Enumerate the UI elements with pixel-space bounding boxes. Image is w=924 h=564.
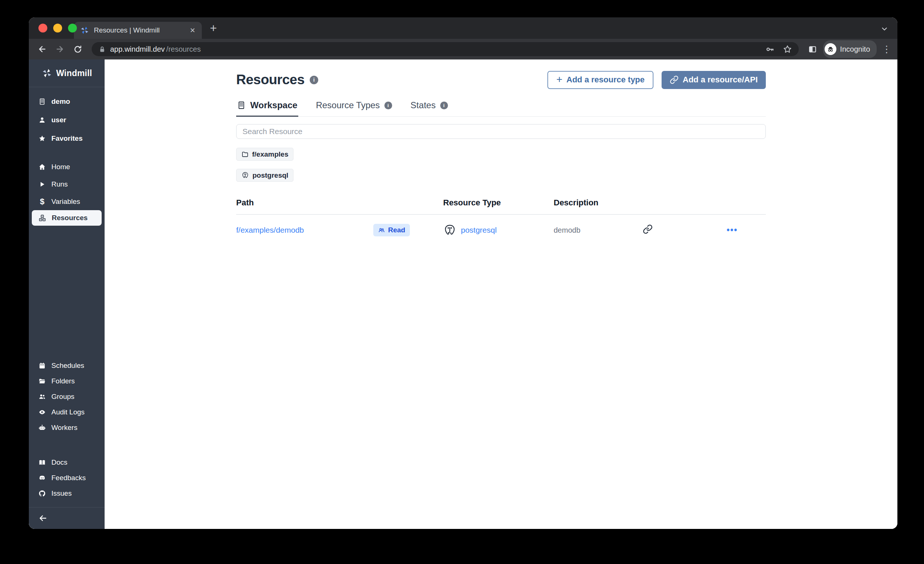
page-title: Resources i [236, 72, 318, 88]
sidebar-item-workers[interactable]: Workers [29, 420, 105, 435]
tab-workspace[interactable]: Workspace [236, 100, 298, 116]
main-area: Resources i + Add a resource type Add a … [105, 60, 897, 529]
filter-chips: f/examples postgresql [236, 148, 766, 182]
page-title-text: Resources [236, 72, 304, 88]
info-icon[interactable]: i [310, 76, 318, 84]
tab-states[interactable]: States i [410, 100, 449, 116]
add-resource-type-button[interactable]: + Add a resource type [548, 71, 654, 89]
users-icon [378, 227, 385, 234]
add-resource-api-label: Add a resource/API [682, 75, 758, 85]
windmill-favicon [80, 25, 90, 35]
add-resource-type-label: Add a resource type [567, 75, 645, 85]
windmill-logo[interactable]: Windmill [29, 60, 105, 87]
building-icon [39, 98, 46, 105]
tab-search-chevron-icon[interactable] [880, 25, 888, 34]
sidebar-item-workspace-demo[interactable]: demo [29, 92, 105, 111]
resource-type-link[interactable]: postgresql [461, 226, 497, 235]
close-window-button[interactable] [39, 24, 47, 33]
lock-icon [98, 45, 106, 53]
permission-label: Read [388, 226, 405, 234]
sidebar-item-docs[interactable]: Docs [29, 455, 105, 470]
sidebar-item-label: Feedbacks [51, 474, 86, 482]
resource-description: demodb [554, 226, 643, 235]
tab-strip: Resources | Windmill × + [29, 17, 897, 39]
traffic-lights [39, 24, 77, 33]
sidebar-item-home[interactable]: Home [29, 158, 105, 175]
sidebar-item-groups[interactable]: Groups [29, 389, 105, 404]
bookmark-star-icon[interactable] [783, 45, 792, 54]
sidebar-item-label: Groups [51, 393, 74, 401]
url-host: app.windmill.dev [110, 45, 165, 54]
eye-icon [39, 408, 46, 416]
sidebar-item-label: Resources [52, 214, 88, 222]
tab-label: States [411, 100, 436, 111]
logo-text: Windmill [56, 68, 92, 78]
sidebar-item-resources[interactable]: Resources [32, 210, 102, 226]
minimize-window-button[interactable] [53, 24, 62, 33]
permission-badge: Read [373, 224, 410, 236]
resource-path-link[interactable]: f/examples/demodb [236, 226, 304, 234]
search-input[interactable] [236, 124, 766, 139]
sidebar-item-folders[interactable]: Folders [29, 373, 105, 389]
book-icon [39, 459, 46, 466]
sidebar-item-audit-logs[interactable]: Audit Logs [29, 404, 105, 420]
row-menu-icon[interactable]: ••• [727, 225, 766, 235]
back-icon[interactable] [35, 42, 50, 57]
sidebar-item-label: user [51, 116, 66, 124]
browser-window: Resources | Windmill × + app.windmill.de… [29, 17, 897, 529]
column-header-path: Path [236, 198, 373, 208]
sidebar-item-label: Variables [51, 197, 80, 206]
sidebar-item-favorites[interactable]: Favorites [29, 129, 105, 148]
sidebar-item-variables[interactable]: $ Variables [29, 193, 105, 210]
app-content: Windmill demo user Favorites [29, 60, 897, 529]
info-icon[interactable]: i [384, 102, 392, 109]
sidebar-item-user[interactable]: user [29, 111, 105, 129]
sidebar-item-feedbacks[interactable]: Feedbacks [29, 470, 105, 486]
copy-link-icon[interactable] [643, 224, 727, 236]
sidebar-item-label: Workers [51, 423, 77, 432]
resource-type-cell[interactable]: postgresql [443, 223, 554, 237]
arrow-left-icon [39, 514, 47, 523]
info-icon[interactable]: i [440, 102, 448, 109]
sidebar-item-label: Home [51, 163, 70, 171]
url-bar[interactable]: app.windmill.dev/resources [92, 42, 799, 56]
cubes-icon [39, 214, 46, 222]
tab-bar: Workspace Resource Types i States i [236, 100, 766, 117]
sidebar: Windmill demo user Favorites [29, 60, 105, 529]
password-key-icon[interactable] [765, 45, 775, 54]
postgresql-icon [242, 171, 249, 179]
incognito-badge: Incognito [823, 40, 877, 58]
sidebar-item-runs[interactable]: Runs [29, 175, 105, 193]
column-header-description: Description [554, 198, 643, 208]
home-icon [39, 163, 46, 171]
browser-tab[interactable]: Resources | Windmill × [74, 22, 202, 39]
table-row: f/examples/demodb Read postgresql demodb [236, 215, 766, 245]
filter-chip-folder[interactable]: f/examples [236, 148, 294, 161]
close-tab-icon[interactable]: × [189, 26, 196, 35]
sidebar-item-label: Folders [51, 377, 75, 385]
url-path: /resources [166, 45, 201, 54]
collapse-sidebar-button[interactable] [29, 507, 105, 529]
browser-menu-icon[interactable]: ⋮ [882, 43, 891, 55]
sidebar-item-issues[interactable]: Issues [29, 486, 105, 501]
reload-icon[interactable] [70, 42, 85, 57]
github-icon [39, 490, 46, 497]
tab-label: Workspace [250, 100, 297, 111]
forward-icon[interactable] [52, 42, 67, 57]
zoom-window-button[interactable] [68, 24, 77, 33]
sidebar-item-label: Audit Logs [51, 408, 85, 416]
sidebar-item-label: Runs [51, 180, 68, 188]
add-resource-api-button[interactable]: Add a resource/API [662, 71, 766, 89]
filter-chip-label: f/examples [252, 150, 288, 159]
filter-chip-label: postgresql [252, 171, 288, 180]
sidebar-item-schedules[interactable]: Schedules [29, 358, 105, 373]
tab-label: Resource Types [316, 100, 380, 111]
side-panel-icon[interactable] [806, 42, 820, 57]
new-tab-button[interactable]: + [210, 22, 217, 34]
folder-open-icon [39, 377, 46, 385]
link-icon [670, 75, 679, 84]
tab-resource-types[interactable]: Resource Types i [315, 100, 393, 116]
folder-icon [242, 151, 249, 158]
filter-chip-resource-type[interactable]: postgresql [236, 169, 294, 182]
dollar-icon: $ [39, 197, 46, 206]
